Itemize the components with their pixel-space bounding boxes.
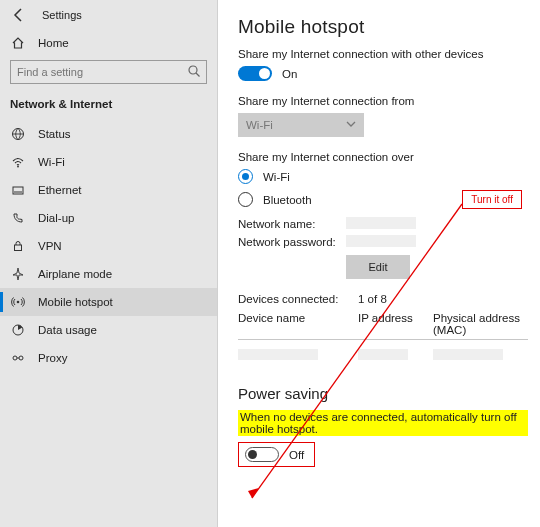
radio-icon [238, 169, 253, 184]
proxy-icon [10, 351, 26, 365]
section-heading: Network & Internet [0, 92, 217, 116]
hotspot-icon [10, 295, 26, 309]
share-from-dropdown[interactable]: Wi-Fi [238, 113, 364, 137]
sidebar-item-label: Status [38, 128, 71, 140]
edit-button[interactable]: Edit [346, 255, 410, 279]
sidebar-item-status[interactable]: Status [0, 120, 217, 148]
sidebar-item-label: Airplane mode [38, 268, 112, 280]
home-icon [10, 36, 26, 50]
home-label: Home [38, 37, 69, 49]
power-saving-heading: Power saving [238, 385, 528, 402]
arrow-left-icon [12, 8, 26, 22]
power-saving-text: When no devices are connected, automatic… [238, 410, 528, 436]
power-saving-toggle[interactable] [245, 447, 279, 462]
col-device-name: Device name [238, 312, 358, 336]
ethernet-icon [10, 183, 26, 197]
svg-point-6 [17, 301, 20, 304]
devices-connected-value: 1 of 8 [358, 293, 387, 305]
phone-icon [10, 211, 26, 225]
back-button[interactable] [10, 6, 28, 24]
radio-wifi[interactable]: Wi-Fi [238, 169, 528, 184]
lock-icon [10, 239, 26, 253]
sidebar-item-label: Ethernet [38, 184, 81, 196]
network-name-value [346, 217, 416, 229]
table-row [238, 346, 528, 365]
share-toggle-state: On [282, 68, 297, 80]
sidebar-item-label: Dial-up [38, 212, 74, 224]
svg-rect-5 [15, 245, 22, 251]
network-name-label: Network name: [238, 218, 346, 230]
sidebar-item-ethernet[interactable]: Ethernet [0, 176, 217, 204]
dropdown-value: Wi-Fi [246, 119, 273, 131]
share-over-label: Share my Internet connection over [238, 151, 528, 163]
radio-label: Bluetooth [263, 194, 312, 206]
app-title: Settings [42, 9, 82, 21]
sidebar-item-label: VPN [38, 240, 62, 252]
sidebar-item-datausage[interactable]: Data usage [0, 316, 217, 344]
radio-icon [238, 192, 253, 207]
ip-cell [358, 349, 408, 360]
device-name-cell [238, 349, 318, 360]
data-icon [10, 323, 26, 337]
sidebar-item-vpn[interactable]: VPN [0, 232, 217, 260]
search-input[interactable] [10, 60, 207, 84]
sidebar-item-label: Mobile hotspot [38, 296, 113, 308]
radio-label: Wi-Fi [263, 171, 290, 183]
nav-list: Status Wi-Fi Ethernet Dial-up VPN Airpla… [0, 120, 217, 372]
sidebar-item-label: Proxy [38, 352, 67, 364]
devices-connected-label: Devices connected: [238, 293, 358, 305]
power-saving-toggle-state: Off [289, 449, 304, 461]
sidebar-item-wifi[interactable]: Wi-Fi [0, 148, 217, 176]
sidebar-item-hotspot[interactable]: Mobile hotspot [0, 288, 217, 316]
page-title: Mobile hotspot [238, 16, 528, 38]
globe-icon [10, 127, 26, 141]
chevron-down-icon [346, 119, 356, 131]
main-content: Mobile hotspot Share my Internet connect… [218, 0, 540, 527]
annotation-callout: Turn it off [462, 190, 522, 209]
devices-table: Device name IP address Physical address … [238, 309, 528, 365]
wifi-icon [10, 155, 26, 169]
share-connection-toggle[interactable] [238, 66, 272, 81]
home-nav[interactable]: Home [0, 32, 217, 56]
svg-marker-12 [248, 488, 259, 498]
svg-point-3 [17, 166, 19, 168]
col-ip-address: IP address [358, 312, 433, 336]
sidebar-item-airplane[interactable]: Airplane mode [0, 260, 217, 288]
sidebar-item-label: Wi-Fi [38, 156, 65, 168]
power-saving-toggle-annotation: Off [238, 442, 315, 467]
airplane-icon [10, 267, 26, 281]
share-connection-label: Share my Internet connection with other … [238, 48, 528, 60]
sidebar-item-dialup[interactable]: Dial-up [0, 204, 217, 232]
svg-point-9 [19, 356, 23, 360]
share-from-label: Share my Internet connection from [238, 95, 528, 107]
network-password-label: Network password: [238, 236, 346, 248]
sidebar-item-proxy[interactable]: Proxy [0, 344, 217, 372]
sidebar-item-label: Data usage [38, 324, 97, 336]
sidebar: Settings Home Network & Internet Status … [0, 0, 218, 527]
col-mac-address: Physical address (MAC) [433, 312, 528, 336]
mac-cell [433, 349, 503, 360]
svg-point-8 [13, 356, 17, 360]
network-password-value [346, 235, 416, 247]
